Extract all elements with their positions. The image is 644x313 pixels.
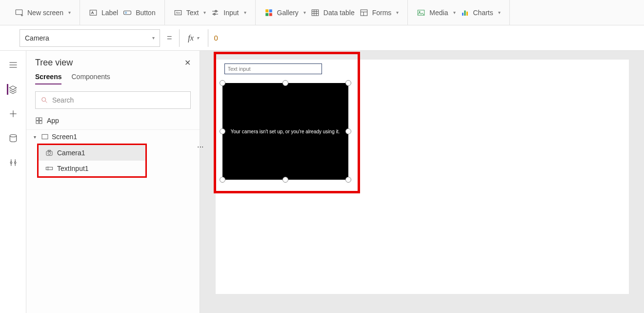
chevron-down-icon: ▾ — [197, 35, 199, 41]
datatable-label: Data table — [323, 9, 355, 17]
datatable-button[interactable]: Data table — [311, 8, 355, 17]
svg-point-35 — [10, 162, 12, 163]
svg-rect-39 — [36, 118, 39, 120]
svg-rect-26 — [462, 13, 463, 16]
media-icon — [417, 8, 425, 17]
close-icon[interactable]: ✕ — [184, 58, 191, 67]
button-label: Button — [136, 9, 155, 17]
resize-handle-tl[interactable] — [220, 80, 225, 86]
chevron-down-icon: ▾ — [152, 35, 155, 41]
svg-point-36 — [14, 162, 16, 163]
camera-icon — [45, 149, 53, 157]
textinput-control[interactable] — [224, 63, 322, 74]
new-screen-button[interactable]: New screen ▾ — [15, 8, 71, 17]
chevron-down-icon: ▾ — [203, 10, 206, 15]
text-button[interactable]: Abc Text ▾ — [174, 8, 206, 17]
input-button[interactable]: Input ▾ — [211, 8, 246, 17]
rail-treeview[interactable] — [7, 84, 18, 95]
tree-textinput1-node[interactable]: TextInput1 — [39, 161, 145, 176]
equals-sign: = — [167, 33, 172, 43]
tab-components[interactable]: Components — [71, 73, 110, 84]
new-screen-label: New screen — [27, 9, 63, 17]
resize-handle-ml[interactable] — [220, 128, 225, 134]
svg-point-5 — [125, 12, 127, 13]
app-label: App — [47, 117, 59, 125]
tree-camera1-node[interactable]: Camera1 — [39, 145, 145, 161]
resize-handle-br[interactable] — [345, 177, 351, 183]
tree-search-input[interactable]: Search — [35, 91, 191, 109]
search-placeholder: Search — [52, 96, 74, 104]
svg-rect-47 — [46, 167, 52, 169]
chevron-down-icon: ▾ — [498, 10, 501, 15]
property-selector[interactable]: Camera ▾ — [20, 29, 160, 47]
tree-app-node[interactable]: App — [26, 112, 200, 130]
resize-handle-bm[interactable] — [282, 177, 288, 183]
charts-icon — [461, 8, 469, 17]
svg-rect-15 — [269, 13, 272, 16]
camera-control[interactable]: Your camera isn't set up, or you're alre… — [222, 83, 348, 180]
property-name: Camera — [25, 34, 49, 42]
charts-button[interactable]: Charts ▾ — [461, 8, 501, 17]
forms-button[interactable]: Forms ▾ — [360, 8, 399, 17]
forms-label: Forms — [372, 9, 392, 17]
svg-rect-21 — [361, 10, 367, 16]
gallery-icon — [264, 8, 273, 17]
textinput-icon — [45, 165, 53, 172]
svg-rect-46 — [48, 150, 50, 151]
button-button[interactable]: Button — [123, 8, 155, 17]
gallery-label: Gallery — [277, 9, 299, 17]
app-icon — [35, 117, 43, 125]
resize-handle-bl[interactable] — [220, 177, 225, 183]
svg-rect-42 — [40, 121, 42, 124]
screen-icon — [15, 8, 23, 17]
canvas-area: Your camera isn't set up, or you're alre… — [200, 51, 644, 313]
chevron-down-icon: ▾ — [396, 10, 399, 15]
fx-label: fx — [188, 34, 194, 42]
more-actions-button[interactable]: ··· — [197, 143, 207, 151]
tree-screen1-node[interactable]: ▾ Screen1 — [26, 130, 200, 144]
label-icon — [89, 8, 98, 17]
screen1-label: Screen1 — [52, 133, 77, 141]
svg-point-45 — [48, 152, 50, 154]
svg-rect-43 — [42, 134, 48, 139]
media-button[interactable]: Media ▾ — [417, 8, 455, 17]
camera-message: Your camera isn't set up, or you're alre… — [231, 129, 340, 134]
rail-tools[interactable] — [8, 157, 19, 168]
svg-rect-12 — [265, 9, 268, 12]
resize-handle-tr[interactable] — [345, 80, 351, 86]
svg-rect-13 — [269, 9, 272, 12]
database-icon — [8, 133, 18, 143]
rail-hamburger[interactable] — [8, 60, 19, 70]
charts-label: Charts — [473, 9, 493, 17]
tools-icon — [8, 158, 18, 167]
resize-handle-tm[interactable] — [282, 80, 288, 86]
plus-icon — [8, 109, 18, 119]
svg-line-38 — [45, 101, 47, 103]
expand-icon[interactable]: ▾ — [31, 134, 38, 140]
hamburger-icon — [8, 60, 18, 70]
media-label: Media — [429, 9, 448, 17]
layers-icon — [8, 84, 18, 94]
tab-screens[interactable]: Screens — [35, 73, 61, 84]
text-label: Text — [186, 9, 199, 17]
fx-button[interactable]: fx ▾ — [179, 29, 208, 47]
formula-input[interactable]: 0 — [208, 29, 644, 47]
ellipsis-icon: ··· — [197, 143, 203, 151]
button-icon — [123, 8, 132, 17]
svg-point-34 — [10, 135, 16, 137]
rail-insert[interactable] — [8, 108, 19, 119]
svg-point-37 — [42, 98, 46, 102]
rail-data[interactable] — [8, 133, 19, 144]
gallery-button[interactable]: Gallery ▾ — [264, 8, 306, 17]
input-icon — [211, 8, 220, 17]
device-screen[interactable]: Your camera isn't set up, or you're alre… — [216, 60, 629, 294]
svg-text:Abc: Abc — [176, 11, 180, 14]
svg-rect-0 — [16, 10, 22, 15]
resize-handle-mr[interactable] — [345, 128, 351, 134]
label-label: Label — [101, 9, 118, 17]
svg-rect-16 — [312, 10, 319, 16]
label-button[interactable]: Label — [89, 8, 118, 17]
highlight-tree-items: Camera1 TextInput1 — [37, 144, 147, 178]
data-table-icon — [311, 8, 320, 17]
svg-rect-40 — [40, 118, 42, 120]
